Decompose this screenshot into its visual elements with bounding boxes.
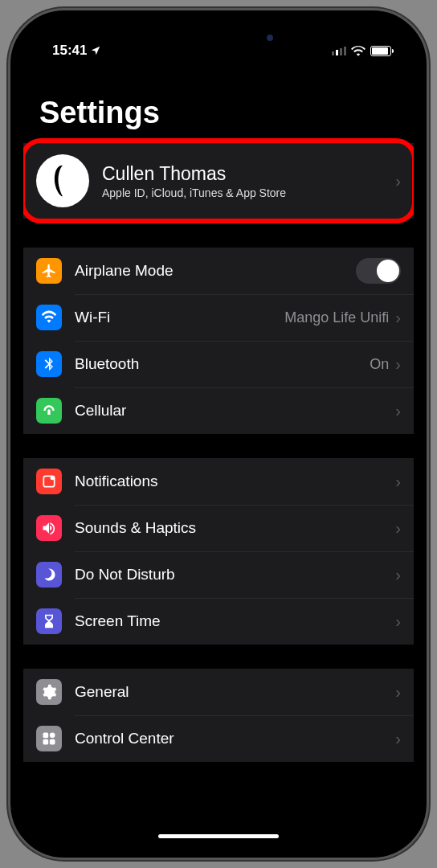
phone-frame: 15:41 Settings xyxy=(8,8,429,860)
status-time: 15:41 xyxy=(52,43,87,59)
avatar xyxy=(36,154,89,207)
chevron-right-icon: › xyxy=(395,683,401,702)
screen: 15:41 Settings xyxy=(23,23,414,845)
control-center-label: Control Center xyxy=(75,730,395,747)
sounds-icon xyxy=(36,515,62,541)
sounds-row[interactable]: Sounds & Haptics › xyxy=(23,505,414,551)
general-group: General › Control Center › xyxy=(23,669,414,762)
general-label: General xyxy=(75,683,395,701)
airplane-toggle[interactable] xyxy=(356,258,401,284)
dnd-row[interactable]: Do Not Disturb › xyxy=(23,551,414,598)
control-center-icon xyxy=(36,726,62,751)
page-title: Settings xyxy=(23,80,414,138)
wifi-label: Wi-Fi xyxy=(75,309,284,326)
chevron-right-icon: › xyxy=(395,402,401,420)
bluetooth-value: On xyxy=(370,356,389,373)
airplane-icon xyxy=(36,258,62,284)
connectivity-group: Airplane Mode Wi-Fi Mango Life Unifi › B… xyxy=(23,248,414,434)
airplane-label: Airplane Mode xyxy=(75,262,356,280)
chevron-right-icon: › xyxy=(395,355,401,374)
bluetooth-label: Bluetooth xyxy=(75,355,370,373)
chevron-right-icon: › xyxy=(395,172,401,190)
apple-id-row[interactable]: Cullen Thomas Apple ID, iCloud, iTunes &… xyxy=(23,143,414,219)
svg-point-0 xyxy=(44,162,81,199)
wifi-icon xyxy=(351,45,366,56)
chevron-right-icon: › xyxy=(395,473,401,491)
svg-rect-5 xyxy=(43,739,49,745)
svg-rect-4 xyxy=(50,733,55,739)
location-icon xyxy=(90,45,101,56)
chevron-right-icon: › xyxy=(395,730,401,748)
wifi-settings-icon xyxy=(36,305,62,330)
chevron-right-icon: › xyxy=(395,566,401,584)
notifications-label: Notifications xyxy=(75,473,395,490)
settings-content: Settings Cullen Thomas Apple ID, iCloud,… xyxy=(23,80,414,845)
notifications-group: Notifications › Sounds & Haptics › Do No… xyxy=(23,458,414,645)
airplane-mode-row[interactable]: Airplane Mode xyxy=(23,248,414,294)
chevron-right-icon: › xyxy=(395,519,401,538)
hourglass-icon xyxy=(36,608,62,634)
notch xyxy=(130,23,307,49)
sounds-label: Sounds & Haptics xyxy=(75,519,395,537)
general-row[interactable]: General › xyxy=(23,669,414,715)
notifications-icon xyxy=(36,469,62,494)
home-indicator[interactable] xyxy=(158,834,279,838)
battery-icon xyxy=(370,46,391,56)
cellular-label: Cellular xyxy=(75,402,395,420)
profile-group: Cullen Thomas Apple ID, iCloud, iTunes &… xyxy=(23,143,414,219)
control-center-row[interactable]: Control Center › xyxy=(23,715,414,762)
cellular-icon xyxy=(36,398,62,424)
dnd-label: Do Not Disturb xyxy=(75,566,395,583)
moon-icon xyxy=(36,562,62,588)
chevron-right-icon: › xyxy=(395,309,401,327)
screentime-row[interactable]: Screen Time › xyxy=(23,598,414,645)
bluetooth-icon xyxy=(36,351,62,377)
wifi-row[interactable]: Wi-Fi Mango Life Unifi › xyxy=(23,294,414,341)
profile-name: Cullen Thomas xyxy=(102,163,382,185)
svg-rect-6 xyxy=(50,739,55,745)
svg-point-2 xyxy=(51,476,55,480)
notifications-row[interactable]: Notifications › xyxy=(23,458,414,505)
profile-subtitle: Apple ID, iCloud, iTunes & App Store xyxy=(102,186,382,199)
cellular-signal-icon xyxy=(332,46,346,55)
chevron-right-icon: › xyxy=(395,612,401,631)
gear-icon xyxy=(36,679,62,705)
cellular-row[interactable]: Cellular › xyxy=(23,387,414,434)
bluetooth-row[interactable]: Bluetooth On › xyxy=(23,341,414,387)
wifi-value: Mango Life Unifi xyxy=(284,309,389,326)
svg-rect-3 xyxy=(43,733,49,739)
screentime-label: Screen Time xyxy=(75,612,395,630)
